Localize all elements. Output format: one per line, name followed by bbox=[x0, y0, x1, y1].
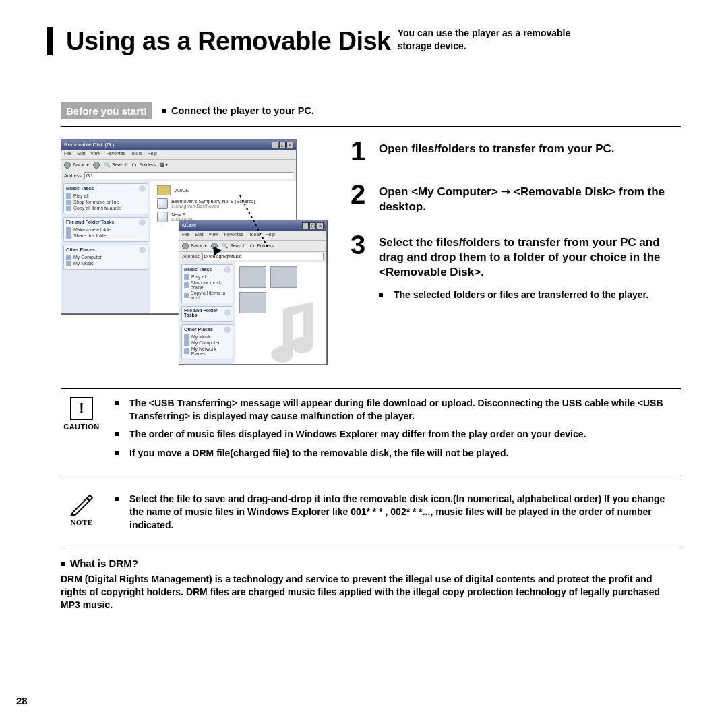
menu-bar: File Edit View Favorites Tools Help bbox=[179, 231, 326, 240]
step-list: 1 Open files/folders to transfer from yo… bbox=[351, 139, 681, 320]
window-body: Music Tasks Play all Shop for music onli… bbox=[179, 262, 326, 364]
side-panel: Music Tasks Play all Shop for music onli… bbox=[61, 181, 150, 313]
share-icon bbox=[66, 233, 71, 239]
address-bar: Address bbox=[61, 171, 296, 181]
explorer-window-music: Music _□× File Edit View Favorites Tools… bbox=[179, 220, 327, 365]
music-tasks-panel: Music Tasks Play all Shop for music onli… bbox=[63, 183, 148, 214]
play-icon bbox=[184, 274, 189, 280]
play-icon bbox=[66, 193, 71, 199]
file-tasks-panel: File and Folder Tasks Make a new folder … bbox=[63, 217, 148, 242]
page-intro: You can use the player as a removable st… bbox=[398, 27, 607, 55]
file-tasks-panel: File and Folder Tasks bbox=[181, 306, 233, 322]
drm-body: DRM (Digital Rights Management) is a tec… bbox=[61, 573, 681, 611]
before-badge: Before you start! bbox=[61, 102, 152, 119]
manual-page: Using as a Removable Disk You can use th… bbox=[0, 0, 728, 728]
note-callout: NOTE Select the file to save and drag-an… bbox=[61, 485, 681, 547]
address-bar: Address bbox=[179, 252, 326, 262]
shop-icon bbox=[184, 282, 189, 288]
fwd-icon bbox=[93, 162, 100, 169]
folder-icon bbox=[157, 185, 171, 195]
step-3: 3 Select the files/folders to transfer f… bbox=[351, 233, 681, 301]
newfolder-icon bbox=[66, 227, 71, 233]
window-buttons: _□× bbox=[301, 222, 324, 229]
maximize-icon: □ bbox=[309, 222, 316, 229]
before-you-start: Before you start! Connect the player to … bbox=[61, 102, 701, 119]
close-icon: × bbox=[286, 142, 293, 148]
menu-bar: File Edit View Favorites Tools Help bbox=[61, 150, 296, 159]
search-button: 🔍Search bbox=[104, 162, 128, 168]
folders-button: 🗀Folders bbox=[131, 162, 156, 168]
collapse-icon bbox=[224, 326, 231, 333]
note-body: Select the file to save and drag-and-dro… bbox=[115, 493, 681, 537]
album-thumb bbox=[239, 292, 266, 313]
minimize-icon: _ bbox=[302, 222, 309, 229]
back-icon bbox=[64, 162, 71, 169]
caution-callout: ! CAUTION The <USB Transferring> message… bbox=[61, 388, 681, 475]
screenshot-area: Removable Disk (G:) _□× File Edit View F… bbox=[61, 139, 330, 368]
bullet-icon bbox=[115, 432, 119, 436]
collapse-icon bbox=[139, 247, 146, 253]
drm-heading: What is DRM? bbox=[61, 557, 681, 570]
exclamation-icon: ! bbox=[70, 397, 93, 420]
search-button: 🔍Search bbox=[222, 243, 246, 249]
step-2: 2 Open <My Computer> ➝ <Removable Disk> … bbox=[351, 182, 681, 214]
step-number: 3 bbox=[351, 233, 369, 301]
step-1: 1 Open files/folders to transfer from yo… bbox=[351, 139, 681, 163]
collapse-icon bbox=[224, 309, 230, 316]
shop-icon bbox=[66, 200, 71, 205]
window-titlebar: Removable Disk (G:) _□× bbox=[61, 140, 296, 150]
caution-body: The <USB Transferring> message will appe… bbox=[115, 397, 681, 465]
copy-icon bbox=[184, 293, 189, 298]
step-text: Open <My Computer> ➝ <Removable Disk> fr… bbox=[379, 182, 681, 214]
step-sub: The selected folders or files are transf… bbox=[379, 289, 681, 301]
toolbar: Back ▾ 🔍Search 🗀Folders bbox=[179, 240, 326, 252]
collapse-icon bbox=[139, 219, 146, 226]
other-places-panel: Other Places My Computer My Music bbox=[63, 245, 148, 270]
page-title: Using as a Removable Disk bbox=[66, 28, 391, 55]
other-places-panel: Other Places My Music My Computer My Net… bbox=[181, 324, 233, 359]
minimize-icon: _ bbox=[272, 142, 278, 148]
music-icon bbox=[184, 334, 189, 340]
bullet-icon bbox=[379, 293, 383, 297]
file-item: Beethoven's Symphony No. 9 (Scherzo)Ludw… bbox=[157, 198, 293, 209]
music-note-graphic bbox=[266, 295, 340, 372]
window-title: Music bbox=[182, 222, 196, 229]
bullet-icon bbox=[115, 497, 119, 501]
divider bbox=[61, 126, 681, 127]
step-number: 2 bbox=[351, 182, 369, 214]
computer-icon bbox=[66, 255, 71, 260]
bullet-icon bbox=[115, 401, 119, 405]
pencil-icon bbox=[70, 493, 93, 516]
note-icon: NOTE bbox=[61, 493, 102, 537]
bullet-icon bbox=[115, 451, 119, 455]
bullet-icon bbox=[61, 562, 65, 566]
step-number: 1 bbox=[351, 139, 369, 163]
drag-arrow-icon bbox=[239, 195, 241, 256]
window-buttons: _□× bbox=[271, 142, 293, 148]
address-input bbox=[84, 172, 293, 179]
computer-icon bbox=[184, 340, 189, 346]
album-thumb bbox=[239, 266, 266, 288]
drm-section: What is DRM? DRM (Digital Rights Managem… bbox=[61, 557, 681, 611]
views-button: ▦▾ bbox=[160, 162, 168, 168]
back-icon bbox=[182, 243, 189, 249]
music-note-icon bbox=[266, 295, 340, 369]
page-number: 28 bbox=[16, 695, 28, 706]
collapse-icon bbox=[139, 185, 146, 192]
close-icon: × bbox=[317, 222, 324, 229]
title-row: Using as a Removable Disk You can use th… bbox=[47, 27, 701, 55]
window-title: Removable Disk (G:) bbox=[64, 142, 114, 148]
file-pane bbox=[235, 262, 326, 364]
wma-icon bbox=[157, 212, 168, 222]
maximize-icon: □ bbox=[279, 142, 286, 148]
folders-button: 🗀Folders bbox=[249, 243, 274, 249]
music-icon bbox=[66, 261, 71, 266]
caution-icon: ! CAUTION bbox=[61, 397, 102, 465]
bullet-icon bbox=[162, 109, 166, 113]
network-icon bbox=[184, 348, 189, 354]
step-text: Select the files/folders to transfer fro… bbox=[379, 233, 681, 301]
folder-item: VOICE bbox=[157, 185, 293, 195]
collapse-icon bbox=[224, 266, 231, 273]
album-thumb bbox=[270, 266, 297, 288]
wma-icon bbox=[157, 198, 168, 209]
